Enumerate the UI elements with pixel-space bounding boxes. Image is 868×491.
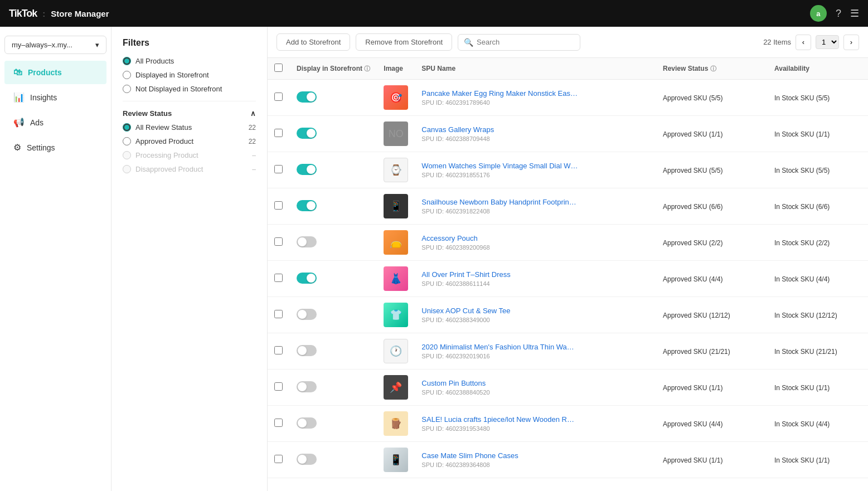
search-box[interactable]: 🔍 (458, 34, 580, 51)
sidebar-item-products[interactable]: 🛍 Products (4, 61, 106, 84)
row-checkbox[interactable] (274, 455, 283, 463)
brand-separator: : (42, 9, 45, 18)
sidebar-item-label-ads: Ads (30, 118, 43, 127)
row-image-cell: 🪵 (377, 406, 415, 442)
display-toggle[interactable] (297, 273, 317, 284)
availability-value: In Stock SKU (1/1) (774, 384, 830, 392)
display-toggle[interactable] (297, 164, 317, 175)
filter-not-displayed-label: Not Displayed in Storefront (135, 85, 222, 93)
search-input[interactable] (477, 38, 574, 46)
next-page-button[interactable]: › (843, 35, 859, 50)
row-checkbox[interactable] (274, 129, 283, 137)
filter-all-products-radio[interactable] (123, 57, 131, 65)
review-approved-radio[interactable] (123, 137, 131, 145)
row-checkbox[interactable] (274, 165, 283, 173)
display-toggle[interactable] (297, 381, 317, 392)
table-row: 👝 Accessory Pouch SPU ID: 4602389200968 … (268, 225, 868, 261)
store-selector[interactable]: my–always–x.my... ▾ (4, 36, 106, 54)
remove-from-storefront-button[interactable]: Remove from Storefront (356, 33, 452, 51)
display-toggle[interactable] (297, 417, 317, 429)
review-disapproved-radio (123, 165, 131, 173)
row-name-cell: Canvas Gallery Wraps SPU ID: 46023887094… (415, 116, 656, 152)
display-toggle[interactable] (297, 200, 317, 211)
filter-all-products[interactable]: All Products (123, 57, 256, 65)
product-name[interactable]: Snailhouse Newborn Baby Handprint Footpr… (421, 198, 649, 206)
display-toggle[interactable] (297, 309, 317, 320)
review-filter-approved[interactable]: Approved Product 22 (123, 137, 256, 145)
review-status-collapse-icon[interactable]: ∧ (250, 109, 256, 118)
filter-not-displayed-radio[interactable] (123, 85, 131, 93)
row-checkbox[interactable] (274, 310, 283, 318)
review-status-value: Approved SKU (4/4) (663, 420, 722, 428)
avatar[interactable]: a (810, 5, 827, 22)
filter-displayed-radio[interactable] (123, 71, 131, 79)
col-spu-name: SPU Name (415, 58, 656, 80)
row-image-cell: NO (377, 116, 415, 152)
row-checkbox[interactable] (274, 274, 283, 282)
row-checkbox[interactable] (274, 382, 283, 391)
product-name[interactable]: Women Watches Simple Vintage Small Dial … (421, 162, 649, 170)
filter-displayed-storefront[interactable]: Displayed in Storefront (123, 71, 256, 79)
toggle-knob (307, 201, 316, 210)
row-checkbox[interactable] (274, 237, 283, 246)
insights-icon: 📊 (13, 92, 25, 103)
col-checkbox (268, 58, 290, 80)
select-all-checkbox[interactable] (274, 64, 283, 72)
display-toggle[interactable] (297, 454, 317, 465)
row-review-cell: Approved SKU (1/1) (656, 442, 768, 478)
row-availability-cell: In Stock SKU (4/4) (768, 261, 868, 297)
review-all-label: All Review Status (135, 123, 192, 132)
toggle-knob (298, 455, 307, 464)
row-name-cell: Women Watches Simple Vintage Small Dial … (415, 152, 656, 188)
sidebar-item-label-settings: Settings (27, 143, 55, 152)
product-name[interactable]: 2020 Minimalist Men's Fashion Ultra Thin… (421, 343, 649, 351)
prev-page-button[interactable]: ‹ (796, 35, 811, 50)
product-name[interactable]: Pancake Maker Egg Ring Maker Nonstick Ea… (421, 89, 649, 98)
row-name-cell: Pancake Maker Egg Ring Maker Nonstick Ea… (415, 80, 656, 116)
row-toggle-cell (290, 297, 377, 333)
row-name-cell: Accessory Pouch SPU ID: 4602389200968 (415, 225, 656, 261)
product-name[interactable]: Custom Pin Buttons (421, 379, 649, 387)
review-all-radio[interactable] (123, 123, 131, 132)
row-checkbox[interactable] (274, 419, 283, 427)
row-image-cell: 👕 (377, 297, 415, 333)
product-thumb-text: 🎯 (390, 91, 402, 104)
row-checkbox[interactable] (274, 346, 283, 354)
sidebar-item-settings[interactable]: ⚙ Settings (4, 135, 106, 159)
page-select[interactable]: 1 (816, 35, 839, 49)
row-toggle-cell (290, 225, 377, 261)
sidebar-item-insights[interactable]: 📊 Insights (4, 85, 106, 109)
toggle-knob (298, 310, 307, 319)
toggle-knob (307, 129, 316, 138)
toggle-slider (297, 309, 317, 320)
row-availability-cell: In Stock SKU (21/21) (768, 333, 868, 370)
toggle-knob (298, 419, 307, 427)
product-spu-id: SPU ID: 4602391953480 (421, 425, 649, 432)
row-toggle-cell (290, 80, 377, 116)
product-name[interactable]: All Over Print T–Shirt Dress (421, 270, 649, 279)
product-name[interactable]: SALE! Lucia crafts 1piece/lot New Wooden… (421, 415, 649, 424)
display-toggle[interactable] (297, 236, 317, 247)
product-name[interactable]: Case Mate Slim Phone Cases (421, 451, 649, 460)
review-filter-all[interactable]: All Review Status 22 (123, 123, 256, 132)
review-processing-label: Processing Product (135, 151, 198, 159)
product-name[interactable]: Canvas Gallery Wraps (421, 125, 649, 134)
product-spu-id: SPU ID: 4602388709448 (421, 135, 649, 142)
product-name[interactable]: Unisex AOP Cut & Sew Tee (421, 307, 649, 315)
toggle-knob (298, 237, 307, 246)
filter-panel: Filters All Products Displayed in Storef… (111, 27, 268, 491)
product-spu-id: SPU ID: 4602392019016 (421, 353, 649, 359)
display-toggle[interactable] (297, 128, 317, 139)
add-to-storefront-button[interactable]: Add to Storefront (277, 33, 350, 51)
review-status-value: Approved SKU (4/4) (663, 275, 722, 283)
row-checkbox[interactable] (274, 201, 283, 210)
row-checkbox[interactable] (274, 93, 283, 101)
filter-not-displayed-storefront[interactable]: Not Displayed in Storefront (123, 85, 256, 93)
product-name[interactable]: Accessory Pouch (421, 234, 649, 242)
display-toggle[interactable] (297, 91, 317, 103)
menu-button[interactable]: ☰ (850, 7, 859, 20)
display-toggle[interactable] (297, 345, 317, 356)
review-processing-count: – (252, 152, 256, 159)
help-button[interactable]: ? (836, 8, 841, 20)
sidebar-item-ads[interactable]: 📢 Ads (4, 110, 106, 134)
